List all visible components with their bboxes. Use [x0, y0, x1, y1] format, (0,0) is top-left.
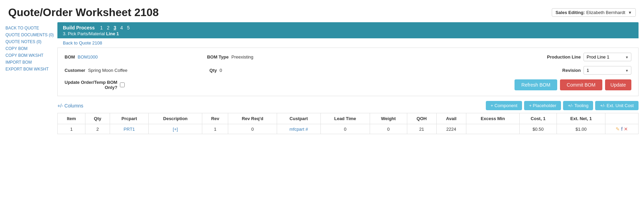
cell-item: 1 [58, 124, 85, 134]
step-3[interactable]: 3 [113, 25, 116, 30]
page-header: Quote/Order Worksheet 2108 Sales Editing… [0, 0, 644, 22]
toolbar-row: +/- Columns + Component + Placeholder +/… [57, 101, 639, 110]
bom-field-group-revision: Revision 1 [562, 66, 631, 75]
col-actions [605, 113, 639, 124]
back-to-quote-link[interactable]: Back to Quote 2108 [57, 38, 639, 48]
qty-label: Qty [209, 68, 217, 73]
col-rev-reqd: Rev Req'd [228, 113, 277, 124]
page-title: Quote/Order Worksheet 2108 [8, 6, 159, 19]
toolbar-buttons: + Component + Placeholder +/- Tooling +/… [486, 101, 639, 110]
ext-unit-cost-button[interactable]: +/- Ext. Unit Cost [595, 101, 639, 110]
bom-actions: Refresh BOM Commit BOM Update [515, 79, 631, 90]
revision-select-wrapper: 1 [584, 66, 631, 75]
commit-bom-button[interactable]: Commit BOM [560, 79, 602, 90]
step-1[interactable]: 1 [100, 25, 103, 30]
sidebar: BACK TO QUOTE QUOTE DOCUMENTS (0) QUOTE … [0, 22, 57, 140]
step-4[interactable]: 4 [120, 25, 123, 30]
step-5[interactable]: 5 [127, 25, 130, 30]
main-layout: BACK TO QUOTE QUOTE DOCUMENTS (0) QUOTE … [0, 22, 644, 140]
bom-row-1: BOM BOM1000 BOM Type Preexisting Product… [65, 53, 631, 61]
cell-qoh: 21 [407, 124, 436, 134]
build-process-sub: 3. Pick Parts/Material Line 1 [63, 31, 633, 36]
edit-icon[interactable]: ✎ [616, 126, 620, 132]
cell-prcpart[interactable]: PRT1 [110, 124, 149, 134]
bom-panel: BOM BOM1000 BOM Type Preexisting Product… [57, 48, 639, 96]
step-2[interactable]: 2 [107, 25, 110, 30]
build-process-title: Build Process [63, 25, 95, 30]
customer-label: Customer [65, 68, 85, 73]
sidebar-item-copy-bom[interactable]: COPY BOM [5, 46, 57, 51]
sidebar-item-import-bom[interactable]: IMPORT BOM [5, 60, 57, 65]
cell-description[interactable]: [+] [149, 124, 202, 134]
table-header-row: Item Qty Prcpart Description Rev Rev Req… [58, 113, 639, 124]
bom-value[interactable]: BOM1000 [78, 54, 98, 60]
col-excess-min: Excess Min [466, 113, 520, 124]
customer-value: Spring Moon Coffee [88, 68, 127, 73]
cell-avail: 2224 [436, 124, 466, 134]
delete-icon[interactable]: ✕ [624, 126, 628, 132]
bom-field-group-type: BOM Type Preexisting [207, 54, 254, 60]
update-bom-label: Update Order/Temp BOM Only? [65, 80, 117, 90]
sidebar-item-export-bom-wksht[interactable]: EXPORT BOM WKSHT [5, 67, 57, 72]
revision-label: Revision [562, 68, 581, 73]
col-qty: Qty [85, 113, 110, 124]
sales-editing-badge: Sales Editing: Elizabeth Bernhardt ▼ [552, 8, 636, 17]
col-avail: Avail [436, 113, 466, 124]
sidebar-item-back-to-quote[interactable]: BACK TO QUOTE [5, 26, 57, 30]
table-row: 1 2 PRT1 [+] 1 0 mfcpart # 0 0 21 2224 $… [58, 124, 639, 134]
tooling-button[interactable]: +/- Tooling [563, 101, 593, 110]
bom-field-group-bom: BOM BOM1000 [65, 54, 98, 60]
cell-custpart[interactable]: mfcpart # [277, 124, 321, 134]
sidebar-item-quote-notes[interactable]: QUOTE NOTES (0) [5, 39, 57, 44]
sidebar-item-copy-bom-wksht[interactable]: COPY BOM WKSHT [5, 53, 57, 58]
update-bom-group: Update Order/Temp BOM Only? [65, 80, 125, 90]
update-button[interactable]: Update [605, 79, 631, 90]
col-item: Item [58, 113, 85, 124]
production-line-select[interactable]: Prod Line 1 [584, 53, 631, 61]
cell-lead-time: 0 [320, 124, 370, 134]
build-process-sub-text: 3. Pick Parts/Material [63, 31, 105, 36]
col-custpart: Custpart [277, 113, 321, 124]
bom-type-value: Preexisting [231, 54, 253, 60]
sidebar-item-quote-documents[interactable]: QUOTE DOCUMENTS (0) [5, 33, 57, 37]
update-bom-checkbox[interactable] [120, 82, 125, 87]
col-lead-time: Lead Time [320, 113, 370, 124]
sales-editing-label: Sales Editing: [556, 10, 585, 15]
add-placeholder-button[interactable]: + Placeholder [524, 101, 561, 110]
add-component-button[interactable]: + Component [486, 101, 522, 110]
col-cost1: Cost, 1 [519, 113, 557, 124]
production-line-label: Production Line [547, 54, 581, 60]
content-area: Build Process 1 2 3 4 5 3. Pick Parts/Ma… [57, 22, 644, 140]
bom-label: BOM [65, 54, 75, 60]
columns-link[interactable]: +/- Columns [57, 103, 83, 108]
bom-type-label: BOM Type [207, 54, 229, 60]
col-weight: Weight [370, 113, 407, 124]
cell-excess-min [466, 124, 520, 134]
bom-field-group-qty: Qty 0 [209, 68, 222, 73]
cell-cost1: $0.50 [519, 124, 557, 134]
row-action-icons: ✎ f ✕ [609, 126, 635, 132]
cell-rev-reqd: 0 [228, 124, 277, 134]
bom-row-3: Update Order/Temp BOM Only? Refresh BOM … [65, 79, 631, 90]
col-ext-net1: Ext. Net, 1 [557, 113, 605, 124]
cell-actions: ✎ f ✕ [605, 124, 639, 134]
bom-field-group-production-line: Production Line Prod Line 1 [547, 53, 631, 61]
revision-select[interactable]: 1 [584, 66, 631, 75]
build-process-line: Line 1 [106, 31, 119, 36]
chevron-down-icon[interactable]: ▼ [628, 10, 632, 15]
cell-rev: 1 [202, 124, 228, 134]
bom-field-group-customer: Customer Spring Moon Coffee [65, 68, 127, 73]
build-process-bar: Build Process 1 2 3 4 5 3. Pick Parts/Ma… [57, 22, 639, 38]
qty-value: 0 [220, 68, 222, 73]
col-prcpart: Prcpart [110, 113, 149, 124]
refresh-bom-button[interactable]: Refresh BOM [515, 79, 557, 90]
link-icon[interactable]: f [621, 126, 622, 132]
col-qoh: QOH [407, 113, 436, 124]
cell-weight: 0 [370, 124, 407, 134]
col-rev: Rev [202, 113, 228, 124]
sales-editing-user: Elizabeth Bernhardt [586, 10, 625, 15]
col-description: Description [149, 113, 202, 124]
production-line-select-wrapper: Prod Line 1 [584, 53, 631, 61]
bom-table: Item Qty Prcpart Description Rev Rev Req… [57, 113, 639, 134]
bom-row-2: Customer Spring Moon Coffee Qty 0 Revisi… [65, 66, 631, 75]
